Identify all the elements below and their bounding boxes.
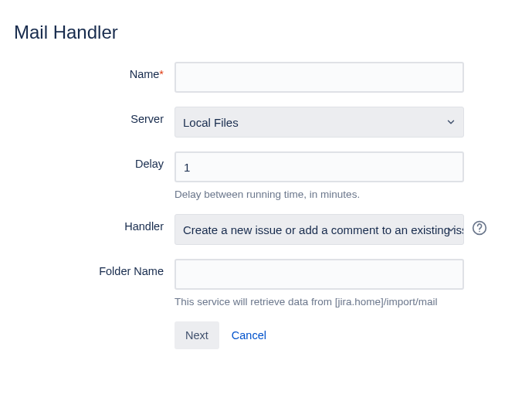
next-button[interactable]: Next [175,321,219,349]
delay-help-text: Delay between running time, in minutes. [175,189,464,200]
name-field[interactable] [175,62,464,93]
handler-select[interactable]: Create a new issue or add a comment to a… [175,214,464,245]
delay-field[interactable] [175,151,464,182]
label-name-text: Name [130,68,160,80]
label-handler: Handler [14,214,175,233]
cancel-button[interactable]: Cancel [232,329,266,342]
required-mark: * [159,68,164,80]
row-name: Name* [14,62,518,93]
mail-handler-form: Name* Server Local Files Delay Delay bet… [14,62,518,349]
label-name: Name* [14,62,175,80]
label-folder: Folder Name [14,259,175,277]
row-folder: Folder Name This service will retrieve d… [14,259,518,308]
folder-help-text: This service will retrieve data from [ji… [175,296,464,308]
row-handler: Handler Create a new issue or add a comm… [14,214,518,245]
page-title: Mail Handler [14,22,518,43]
folder-name-field[interactable] [175,259,464,290]
row-delay: Delay Delay between running time, in min… [14,151,518,200]
label-server: Server [14,107,175,125]
row-actions: Next Cancel [14,321,518,349]
label-delay: Delay [14,151,175,170]
server-select[interactable]: Local Files [175,107,464,138]
row-server: Server Local Files [14,107,518,138]
help-icon[interactable] [472,220,487,236]
